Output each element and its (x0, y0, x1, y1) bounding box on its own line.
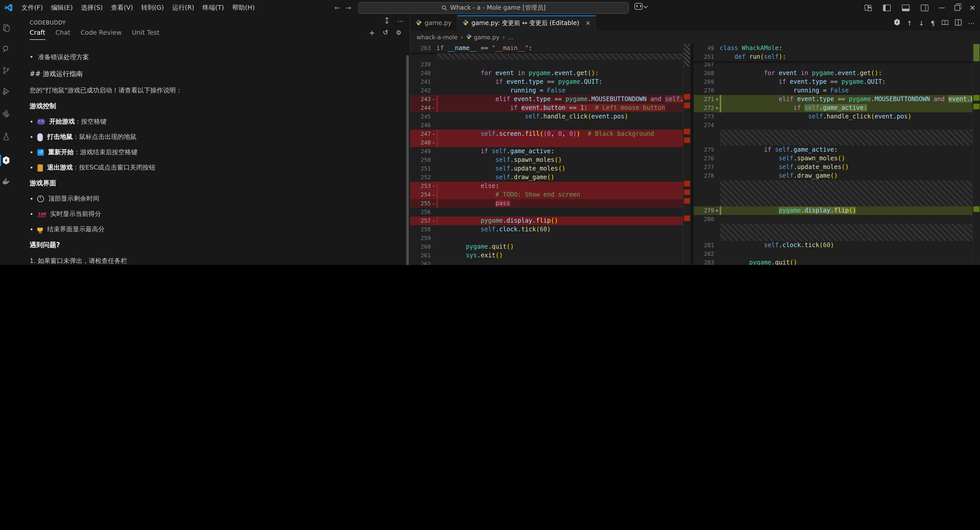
docker-icon[interactable] (0, 175, 12, 188)
breadcrumb-item[interactable]: whack-a-mole (417, 34, 458, 41)
search-icon[interactable] (0, 42, 12, 56)
forward-icon[interactable]: → (345, 3, 351, 12)
copilot-menu[interactable] (635, 3, 647, 10)
menu-item[interactable]: 终端(T) (198, 2, 228, 14)
command-center-search[interactable]: Whack - a - Mole game [管理员] (358, 2, 629, 14)
code-line: 251 self.update_moles() (410, 164, 683, 173)
breadcrumb-item[interactable]: game.py (474, 34, 500, 41)
menu-item[interactable]: 选择(S) (77, 2, 107, 14)
code-line: 271+ elif event.type == pygame.MOUSEBUTT… (694, 95, 973, 103)
diff-sign (714, 154, 720, 163)
code-line: 276 self.spawn_moles() (694, 154, 973, 163)
line-number: 248 (410, 138, 431, 147)
customize-layout-icon[interactable] (865, 5, 872, 11)
menu-item[interactable]: 编辑(E) (47, 2, 77, 14)
chat-control-item: 退出游戏：按ESC或点击窗口关闭按钮 (47, 163, 156, 172)
menu-item[interactable]: 运行(R) (168, 2, 198, 14)
codebuddy-icon[interactable] (0, 154, 12, 167)
minimize-button[interactable] (934, 0, 950, 15)
whitespace-icon[interactable]: ¶ (931, 19, 935, 27)
diff-sign: + (714, 206, 720, 215)
toggle-panel-icon[interactable] (902, 4, 910, 11)
line-number: 270 (694, 86, 714, 95)
code-line: 241 if event.type == pygame.QUIT: (410, 78, 683, 86)
code-line: 252 self.draw_game() (410, 173, 683, 182)
next-change-icon[interactable]: ↓ (919, 19, 924, 27)
source-control-icon[interactable] (0, 64, 12, 77)
diff-sign (431, 242, 436, 251)
search-icon (442, 5, 447, 11)
chat-ui-item: 顶部显示剩余时间 (48, 194, 99, 203)
history-icon[interactable]: ↺ (383, 29, 388, 37)
breadcrumb[interactable]: whack-a-mole›game.py›... (417, 31, 514, 44)
chat-ui-item: 实时显示当前得分 (50, 210, 101, 218)
sidebar-tab-unit-test[interactable]: Unit Test (132, 29, 159, 40)
vscode-logo-icon (5, 3, 13, 12)
diff-modified-pane[interactable]: 267268 for event in pygame.event.get():2… (694, 44, 980, 265)
codebuddy-icon[interactable] (894, 19, 900, 27)
line-number: 268 (694, 69, 714, 78)
toggle-sidebar-icon[interactable] (883, 4, 891, 11)
close-button[interactable]: × (965, 0, 980, 15)
sidebar-scrollbar[interactable] (406, 55, 409, 265)
diff-sign: - (431, 95, 436, 103)
diff-sign (431, 121, 436, 130)
diff-sign (714, 172, 720, 180)
close-tab-icon[interactable]: × (585, 19, 590, 27)
extensions-icon[interactable] (0, 107, 12, 121)
sticky-line: 263if __name__ == "__main__": (410, 44, 683, 53)
more-icon[interactable]: ⋯ (397, 18, 404, 25)
restore-button[interactable] (950, 0, 965, 15)
code-line: 260 pygame.quit() (410, 242, 683, 251)
line-number: 259 (410, 234, 431, 242)
line-number: 244 (410, 103, 431, 112)
menu-item[interactable]: 帮助(H) (228, 2, 259, 14)
diff-sign (431, 225, 436, 234)
diff-sign (714, 241, 720, 250)
line-number: 274 (694, 121, 714, 130)
testing-icon[interactable] (0, 130, 12, 143)
line-number: 278 (694, 172, 714, 180)
chat-faq-item: 1. 如果窗口未弹出，请检查任务栏 (30, 257, 127, 264)
diff-sign (714, 69, 720, 78)
code-line: 277 self.update_moles() (694, 163, 973, 172)
line-number: 276 (694, 154, 714, 163)
diff-sign (714, 78, 720, 86)
toggle-secondary-sidebar-icon[interactable] (921, 4, 928, 11)
collapsed-region (720, 180, 973, 206)
diff-original-pane[interactable]: 239240 for event in pygame.event.get():2… (410, 44, 690, 265)
split-editor-icon[interactable] (955, 19, 961, 27)
line-number: 252 (410, 173, 431, 182)
prev-change-icon[interactable]: ↑ (907, 19, 912, 27)
line-number: 242 (410, 86, 431, 95)
menu-item[interactable]: 查看(V) (107, 2, 137, 14)
sidebar-tab-craft[interactable]: Craft (30, 29, 45, 40)
more-icon[interactable]: ⋯ (968, 19, 975, 27)
map-icon[interactable] (942, 19, 948, 27)
move-panel-icon[interactable] (384, 18, 390, 25)
code-line: 256 (410, 208, 683, 216)
editor-tab[interactable]: game.py (410, 15, 457, 31)
diff-sign (714, 215, 720, 224)
menu-item[interactable]: 转到(G) (137, 2, 168, 14)
sidebar-tab-code-review[interactable]: Code Review (81, 29, 122, 40)
sticky-line: 49class WhackAMole: (694, 44, 973, 53)
line-number: 262 (410, 260, 431, 265)
window-title: Whack - a - Mole game [管理员] (450, 3, 546, 12)
code-line: 249 if self.game_active: (410, 147, 683, 156)
diff-sign (431, 260, 436, 265)
back-icon[interactable]: ← (334, 3, 340, 12)
settings-icon[interactable]: ⚙ (396, 29, 401, 37)
editor-tab[interactable]: game.py: 变更前 ↔ 变更后 (Editable)× (457, 15, 596, 31)
code-line: 273 self.handle_click(event.pos) (694, 112, 973, 121)
code-line: 272+ if self.game_active: (694, 103, 973, 112)
line-number: 239 (410, 60, 431, 69)
breadcrumb-item[interactable]: ... (508, 34, 514, 41)
sidebar-tab-chat[interactable]: Chat (56, 29, 70, 40)
explorer-icon[interactable] (0, 21, 12, 35)
menu-item[interactable]: 文件(F) (18, 2, 47, 14)
run-debug-icon[interactable] (0, 85, 12, 98)
add-icon[interactable]: + (369, 29, 375, 37)
sticky-line: 251 def run(self): (694, 53, 973, 61)
pane-splitter[interactable] (690, 44, 694, 265)
